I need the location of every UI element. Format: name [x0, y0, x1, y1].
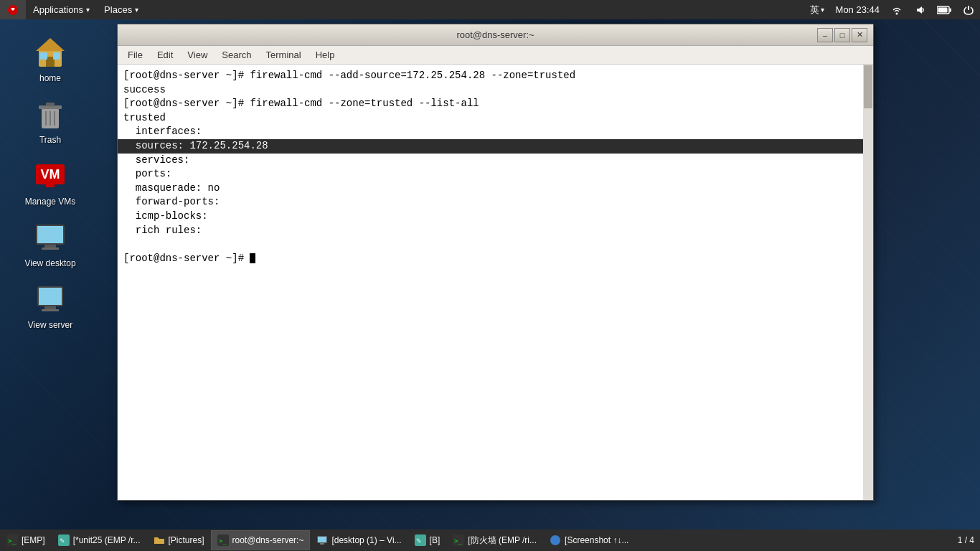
- taskbar-emp-label: [EMP]: [22, 535, 45, 545]
- terminal-content[interactable]: [root@dns-server ~]# firewall-cmd --add-…: [118, 65, 873, 500]
- language-arrow-icon: ▾: [821, 6, 824, 14]
- svg-rect-12: [46, 103, 55, 106]
- taskbar-terminal-icon-3: >_: [453, 534, 464, 546]
- terminal-line-7: services:: [123, 154, 867, 168]
- trash-icon-image: [33, 97, 67, 131]
- taskbar-item-unit25[interactable]: ✎ [*unit25 (EMP /r...: [52, 530, 147, 550]
- taskbar-item-emp[interactable]: >_ [EMP]: [0, 530, 52, 550]
- applications-label: Applications: [33, 4, 83, 15]
- sound-icon[interactable]: [908, 0, 931, 19]
- taskbar-text-icon-2: ✎: [415, 534, 426, 546]
- trash-desktop-icon[interactable]: Trash: [7, 94, 93, 149]
- taskbar-desktop-icon: [316, 534, 328, 546]
- terminal-menubar: File Edit View Search Terminal Help: [118, 46, 873, 65]
- redhat-logo-icon: [7, 4, 19, 16]
- terminal-scrollbar-thumb[interactable]: [864, 65, 872, 108]
- desktop: Applications ▾ Places ▾ 英 ▾ Mon 23:44: [0, 0, 980, 551]
- terminal-menu-terminal[interactable]: Terminal: [259, 46, 308, 65]
- terminal-line-prompt: [root@dns-server ~]#: [123, 252, 867, 266]
- terminal-line-9: masquerade: no: [123, 182, 867, 196]
- wifi-icon[interactable]: [885, 0, 908, 19]
- terminal-line-2: success: [123, 83, 867, 98]
- top-panel-right: 英 ▾ Mon 23:44: [804, 0, 980, 19]
- terminal-titlebar: root@dns-server:~ – □ ✕: [118, 24, 873, 46]
- sound-svg-icon: [914, 4, 925, 16]
- terminal-line-4: trusted: [123, 111, 867, 126]
- svg-text:✎: ✎: [60, 537, 65, 545]
- taskbar-item-firewall[interactable]: >_ [防火墙 (EMP /ri...: [446, 530, 543, 550]
- view-server-desktop-icon[interactable]: View server: [7, 279, 93, 334]
- manage-vms-svg-icon: VM: [33, 159, 67, 193]
- svg-rect-8: [40, 52, 47, 60]
- applications-arrow-icon: ▾: [86, 6, 90, 14]
- battery-svg-icon: [937, 6, 951, 14]
- applications-menu[interactable]: Applications ▾: [26, 0, 97, 19]
- terminal-maximize-button[interactable]: □: [834, 28, 850, 42]
- taskbar-unit25-label: [*unit25 (EMP /r...: [73, 535, 141, 545]
- taskbar-firewall-label: [防火墙 (EMP /ri...: [468, 534, 537, 547]
- svg-marker-6: [36, 38, 65, 51]
- svg-text:>_: >_: [454, 537, 462, 545]
- taskbar-item-dns-server[interactable]: >_ root@dns-server:~: [211, 530, 311, 550]
- home-icon-label: home: [37, 72, 64, 84]
- places-arrow-icon: ▾: [135, 6, 138, 14]
- terminal-window: root@dns-server:~ – □ ✕ File Edit View S…: [117, 24, 874, 501]
- power-svg-icon: [963, 4, 974, 16]
- view-desktop-icon-image: [33, 220, 67, 255]
- terminal-line-8: ports:: [123, 167, 867, 182]
- svg-rect-9: [53, 52, 60, 60]
- view-desktop-desktop-icon[interactable]: View desktop: [7, 217, 93, 272]
- manage-vms-desktop-icon[interactable]: VM Manage VMs: [7, 156, 93, 210]
- terminal-line-11: icmp-blocks:: [123, 209, 867, 224]
- terminal-minimize-button[interactable]: –: [817, 28, 833, 42]
- terminal-menu-help[interactable]: Help: [308, 46, 342, 65]
- svg-rect-4: [938, 7, 948, 12]
- view-desktop-icon-label: View desktop: [22, 258, 78, 269]
- terminal-menu-file[interactable]: File: [121, 46, 150, 65]
- terminal-close-button[interactable]: ✕: [852, 28, 867, 42]
- home-desktop-icon[interactable]: home: [7, 32, 93, 87]
- terminal-menu-view[interactable]: View: [180, 46, 215, 65]
- terminal-line-13: [123, 237, 867, 252]
- taskbar-desktop1-label: [desktop (1) – Vi...: [331, 535, 401, 545]
- desktop-icons-area: home Trash VM: [0, 25, 100, 334]
- taskbar-terminal-icon-1: >_: [6, 534, 18, 546]
- terminal-line-12: rich rules:: [123, 224, 867, 238]
- redhat-icon[interactable]: [0, 0, 26, 19]
- battery-icon[interactable]: [931, 0, 957, 19]
- places-menu[interactable]: Places ▾: [97, 0, 146, 19]
- manage-vms-icon-image: VM: [33, 159, 67, 193]
- view-server-icon-label: View server: [25, 319, 75, 331]
- taskbar-item-pictures[interactable]: [Pictures]: [147, 530, 211, 550]
- taskbar: >_ [EMP] ✎ [*unit25 (EMP /r... [Pictures…: [0, 529, 980, 551]
- svg-text:VM: VM: [41, 167, 60, 182]
- taskbar-b-label: [B]: [430, 535, 440, 545]
- svg-point-1: [896, 12, 898, 14]
- taskbar-pictures-label: [Pictures]: [169, 535, 204, 545]
- language-label: 英: [810, 4, 819, 17]
- terminal-line-5: interfaces:: [123, 125, 867, 139]
- svg-point-40: [550, 535, 560, 545]
- taskbar-item-screenshot[interactable]: [Screenshot ↑↓...: [543, 530, 635, 550]
- terminal-menu-search[interactable]: Search: [215, 46, 258, 65]
- terminal-line-6: sources: 172.25.254.28: [118, 139, 873, 154]
- places-label: Places: [104, 4, 132, 15]
- taskbar-folder-icon: [154, 534, 165, 546]
- svg-rect-20: [37, 226, 63, 243]
- terminal-controls: – □ ✕: [817, 28, 867, 42]
- power-icon[interactable]: [957, 0, 980, 19]
- language-indicator[interactable]: 英 ▾: [804, 0, 830, 19]
- taskbar-item-b[interactable]: ✎ [B]: [408, 530, 447, 550]
- terminal-scrollbar[interactable]: [863, 65, 873, 500]
- svg-text:✎: ✎: [416, 537, 422, 545]
- trash-icon-label: Trash: [37, 134, 64, 146]
- svg-rect-22: [42, 248, 59, 250]
- home-icon-image: [33, 35, 67, 70]
- time-label: Mon 23:44: [836, 4, 880, 15]
- manage-vms-icon-label: Manage VMs: [22, 196, 79, 207]
- taskbar-item-desktop1[interactable]: [desktop (1) – Vi...: [310, 530, 407, 550]
- taskbar-terminal-icon-2: >_: [217, 534, 229, 546]
- datetime-display[interactable]: Mon 23:44: [830, 0, 885, 19]
- taskbar-text-icon-1: ✎: [58, 534, 70, 546]
- terminal-menu-edit[interactable]: Edit: [150, 46, 180, 65]
